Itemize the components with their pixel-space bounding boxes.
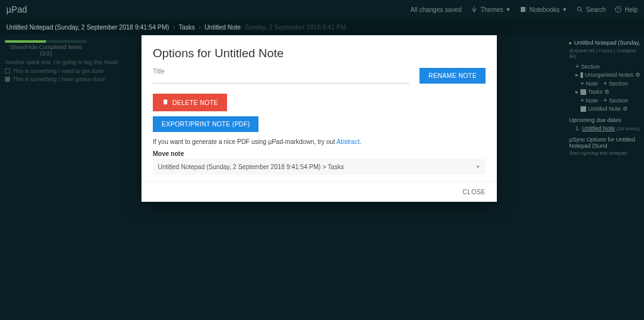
help-button[interactable]: ? Help	[614, 6, 638, 13]
help-icon: ?	[614, 6, 622, 13]
move-note-select[interactable]: Untitled Notepad (Sunday, 2 September 20…	[153, 159, 486, 175]
chevron-right-icon[interactable]: ▸	[569, 40, 572, 46]
breadcrumb-timestamp: Sunday, 2 September 2018 9:41 PM	[245, 24, 346, 31]
plus-icon: +	[603, 80, 607, 87]
title-input[interactable]: Title	[153, 68, 409, 84]
abstract-link[interactable]: Abstract	[336, 138, 360, 145]
chevron-down-icon: ▼	[475, 164, 480, 170]
move-note-label: Move note	[153, 150, 486, 157]
svg-text:?: ?	[618, 8, 620, 11]
delete-note-button[interactable]: DELETE NOTE	[153, 94, 227, 111]
sidebar-notepad-title[interactable]: Untitled Notepad (Sunday, 2 September 2	[574, 40, 640, 46]
plus-icon: +	[575, 63, 579, 70]
sidebar-section-tasks[interactable]: ▸ Tasks ⚙	[569, 89, 640, 95]
chevron-right-icon: ▸	[575, 72, 579, 78]
topbar: µPad All changes saved Themes ▼ Notebook…	[0, 0, 644, 19]
rename-note-button[interactable]: RENAME NOTE	[419, 68, 486, 84]
gear-icon[interactable]: ⚙	[604, 89, 609, 95]
chevron-right-icon: ›	[199, 24, 201, 31]
sidebar: ▸ Untitled Notepad (Sunday, 2 September …	[565, 35, 644, 320]
plus-icon: +	[580, 80, 584, 87]
notebooks-menu[interactable]: Notebooks ▼	[519, 6, 567, 13]
save-status: All changes saved	[411, 6, 462, 13]
chevron-down-icon: ▼	[506, 7, 511, 13]
sidebar-section-unorganised[interactable]: ▸ Unorganised Notes ⚙	[569, 72, 640, 78]
notebook-icon	[519, 6, 527, 13]
sidebar-upcoming-header: Upcoming due dates	[569, 117, 640, 123]
search-icon	[576, 6, 584, 13]
folder-icon	[580, 72, 583, 78]
breadcrumb-notepad[interactable]: Untitled Notepad (Sunday, 2 September 20…	[6, 24, 169, 31]
theme-icon	[470, 6, 478, 13]
hashtag[interactable]: #todo	[104, 59, 118, 65]
folder-icon	[580, 89, 586, 95]
chevron-right-icon: ▸	[575, 89, 579, 95]
sidebar-add-note[interactable]: +Note +Section	[569, 97, 640, 104]
app-logo: µPad	[6, 4, 27, 14]
plus-icon: +	[603, 97, 607, 104]
chevron-right-icon: ›	[173, 24, 175, 31]
themes-menu[interactable]: Themes ▼	[470, 6, 511, 13]
pdf-hint: If you want to generate a nice PDF using…	[153, 138, 486, 145]
close-button[interactable]: CLOSE	[463, 189, 486, 196]
sidebar-add-section[interactable]: + Section	[569, 63, 640, 70]
sidebar-tree-controls: (Expand All | Focus | Collapse All)	[569, 48, 640, 59]
chevron-down-icon: ▼	[562, 7, 567, 13]
gear-icon[interactable]: ⚙	[635, 72, 640, 78]
sidebar-upcoming-item[interactable]: 1. Untitled Note (14 hours)	[569, 125, 640, 131]
note-icon	[580, 106, 586, 112]
checkbox-checked[interactable]	[5, 77, 10, 82]
breadcrumb-note[interactable]: Untitled Note	[204, 24, 241, 31]
svg-point-0	[577, 7, 581, 11]
note-options-modal: Options for Untitled Note Title RENAME N…	[142, 35, 497, 202]
gear-icon[interactable]: ⚙	[623, 106, 628, 112]
plus-icon: +	[580, 97, 584, 104]
breadcrumb-section[interactable]: Tasks	[179, 24, 195, 31]
checkbox-unchecked[interactable]	[5, 69, 10, 74]
modal-title: Options for Untitled Note	[153, 47, 486, 60]
search-button[interactable]: Search	[576, 6, 606, 13]
sidebar-note-untitled[interactable]: Untitled Note ⚙	[569, 106, 640, 112]
export-pdf-button[interactable]: EXPORT/PRINT NOTE (PDF)	[153, 116, 258, 132]
sidebar-sync-link[interactable]: Start syncing this notepad	[569, 150, 640, 156]
trash-icon	[162, 98, 169, 107]
sidebar-sync-header: µSync Options for Untitled Notepad (Sund	[569, 136, 640, 149]
task-progress[interactable]: Show/Hide Completed Items (1/2)	[5, 40, 87, 57]
breadcrumb: Untitled Notepad (Sunday, 2 September 20…	[0, 19, 644, 35]
sidebar-add-note[interactable]: +Note +Section	[569, 80, 640, 87]
